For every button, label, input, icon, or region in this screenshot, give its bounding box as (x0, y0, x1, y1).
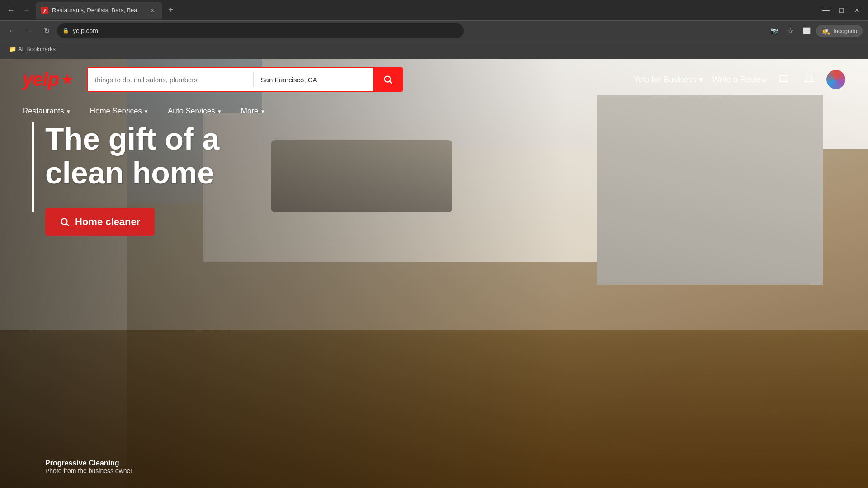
messages-svg-icon (778, 74, 789, 85)
svg-point-0 (385, 76, 391, 82)
bookmarks-bar: 📁 All Bookmarks (0, 41, 868, 56)
home-cleaner-cta-button[interactable]: Home cleaner (45, 208, 155, 236)
yelp-for-business-link[interactable]: Yelp for Business ▾ (634, 75, 703, 84)
toolbar-back-button[interactable]: ← (5, 24, 19, 38)
home-services-chevron-icon: ▾ (145, 108, 148, 115)
sidebar-icon[interactable]: ⬜ (800, 24, 813, 38)
active-tab[interactable]: y Restaurants, Dentists, Bars, Bea × (36, 2, 162, 19)
yelp-for-business-label: Yelp for Business (634, 75, 696, 84)
browser-toolbar: ← → ↻ 🔒 yelp.com 📷 ☆ ⬜ 🕵 Incognito (0, 20, 868, 41)
url-text: yelp.com (73, 27, 98, 34)
yelp-logo[interactable]: yelp (23, 69, 73, 90)
search-what-input[interactable] (88, 68, 253, 91)
subnav-more[interactable]: More ▾ (231, 100, 274, 122)
minimize-button[interactable]: — (819, 4, 833, 17)
search-icon (383, 75, 393, 84)
photo-credit-business-name: Progressive Cleaning (45, 459, 132, 467)
more-label: More (241, 107, 259, 116)
more-chevron-icon: ▾ (261, 108, 264, 115)
write-review-link[interactable]: Write a Review (712, 75, 767, 84)
incognito-label: Incognito (833, 28, 857, 34)
forward-button[interactable]: → (20, 4, 33, 17)
yelp-subnav: Restaurants ▾ Home Services ▾ Auto Servi… (0, 100, 868, 122)
notifications-icon[interactable] (801, 71, 817, 88)
hero-accent-bar (32, 122, 34, 212)
toolbar-right: 📷 ☆ ⬜ 🕵 Incognito (767, 24, 863, 38)
chevron-down-icon: ▾ (699, 75, 703, 84)
search-bar (87, 67, 403, 92)
search-where-input[interactable] (254, 68, 373, 91)
browser-chrome: ← → y Restaurants, Dentists, Bars, Bea ×… (0, 0, 868, 59)
toolbar-forward-button[interactable]: → (23, 24, 36, 38)
restaurants-chevron-icon: ▾ (67, 108, 70, 115)
messages-icon[interactable] (776, 71, 792, 88)
address-bar[interactable]: 🔒 yelp.com (57, 23, 464, 38)
photo-credit-subtitle: Photo from the business owner (45, 467, 132, 474)
subnav-home-services[interactable]: Home Services ▾ (80, 100, 158, 122)
lock-icon: 🔒 (62, 28, 69, 34)
yelp-wordmark: yelp (23, 69, 59, 90)
home-services-label: Home Services (90, 107, 142, 116)
bookmarks-label: All Bookmarks (18, 46, 56, 52)
incognito-camera-icon: 📷 (767, 24, 781, 38)
hero-title: The gift of a clean home (45, 122, 271, 190)
write-review-label: Write a Review (712, 75, 767, 84)
svg-point-3 (61, 218, 67, 224)
cta-search-icon (60, 217, 70, 227)
maximize-button[interactable]: □ (835, 4, 848, 17)
user-avatar[interactable] (826, 70, 845, 89)
yelp-header: yelp Yelp for Business ▾ (0, 59, 868, 122)
tab-favicon: y (41, 7, 48, 14)
svg-line-4 (66, 224, 69, 226)
new-tab-button[interactable]: + (165, 4, 177, 17)
hero-cta-label: Home cleaner (75, 216, 140, 228)
subnav-auto-services[interactable]: Auto Services ▾ (158, 100, 231, 122)
all-bookmarks-folder[interactable]: 📁 All Bookmarks (5, 44, 59, 54)
yelp-header-right: Yelp for Business ▾ Write a Review (634, 70, 845, 89)
auto-services-label: Auto Services (168, 107, 215, 116)
subnav-restaurants[interactable]: Restaurants ▾ (23, 100, 80, 122)
auto-services-chevron-icon: ▾ (218, 108, 221, 115)
folder-icon: 📁 (9, 46, 16, 52)
svg-line-1 (390, 81, 392, 84)
hero-content: The gift of a clean home Home cleaner (45, 122, 271, 236)
bookmark-star-icon[interactable]: ☆ (783, 24, 797, 38)
yelp-nav: yelp Yelp for Business ▾ (0, 59, 868, 100)
yelp-site: yelp Yelp for Business ▾ (0, 59, 868, 488)
search-button[interactable] (373, 68, 402, 91)
toolbar-reload-button[interactable]: ↻ (40, 24, 53, 38)
tab-bar: ← → y Restaurants, Dentists, Bars, Bea ×… (0, 0, 868, 20)
back-button[interactable]: ← (5, 4, 18, 17)
close-window-button[interactable]: × (850, 4, 863, 17)
photo-credit: Progressive Cleaning Photo from the busi… (45, 459, 132, 474)
incognito-hat-icon: 🕵 (821, 27, 830, 35)
tab-title: Restaurants, Dentists, Bars, Bea (52, 7, 144, 14)
tab-nav: ← → (5, 4, 33, 17)
yelp-burst-icon (61, 74, 73, 85)
tab-close-button[interactable]: × (148, 6, 157, 15)
restaurants-label: Restaurants (23, 107, 64, 116)
bell-icon (804, 74, 815, 85)
incognito-badge[interactable]: 🕵 Incognito (816, 25, 863, 37)
